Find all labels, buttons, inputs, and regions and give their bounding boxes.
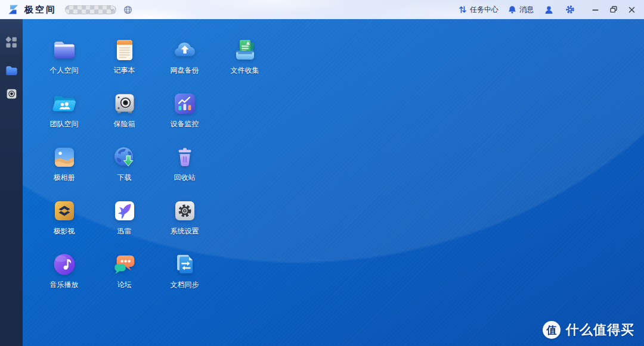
app-row: 团队空间 保险箱 — [34, 91, 275, 144]
app-label: 设备监控 — [171, 119, 199, 129]
restore-window-icon — [610, 6, 617, 13]
doc-sync-icon — [172, 251, 198, 278]
xunlei-bird-icon — [112, 198, 138, 224]
app-row: 个人空间 记事本 — [34, 37, 275, 91]
app-label: 迅雷 — [117, 226, 132, 236]
app-label: 记事本 — [114, 66, 135, 76]
app-recycle-bin[interactable]: 回收站 — [154, 144, 215, 198]
app-forum[interactable]: 论坛 — [94, 251, 154, 305]
sidebar-item-vault[interactable] — [0, 86, 23, 101]
pixelated-account-pill[interactable] — [65, 5, 116, 14]
close-icon — [628, 7, 635, 13]
app-label: 文档同步 — [171, 280, 199, 290]
sidebar-item-apps[interactable] — [0, 35, 23, 49]
device-monitor-icon — [172, 91, 198, 117]
app-label: 音乐播放 — [50, 280, 79, 290]
smzdm-badge-icon: 值 — [543, 321, 561, 339]
app-personal-space[interactable]: 个人空间 — [34, 37, 94, 91]
app-label: 文件收集 — [231, 66, 259, 76]
topbar: 极空间 — [0, 0, 644, 19]
desktop[interactable]: 个人空间 记事本 — [23, 19, 644, 346]
zspace-logo-icon — [7, 3, 20, 16]
app-notepad[interactable]: 记事本 — [94, 37, 154, 91]
gear-icon — [565, 5, 575, 14]
sidebar-item-files[interactable] — [0, 63, 23, 77]
topbar-left: 极空间 — [0, 3, 132, 16]
app-label: 系统设置 — [171, 226, 199, 236]
app-system-settings[interactable]: 系统设置 — [154, 198, 215, 251]
download-globe-icon — [112, 144, 138, 170]
restore-window-button[interactable] — [609, 5, 618, 14]
app-label: 极影视 — [54, 226, 75, 236]
zspace-desktop-window: 极空间 — [0, 0, 644, 346]
system-settings-gear-icon — [172, 198, 198, 224]
music-player-icon — [51, 251, 78, 278]
task-center-button[interactable]: 任务中心 — [459, 5, 499, 15]
app-device-monitor[interactable]: 设备监控 — [154, 91, 215, 144]
sidebar — [0, 19, 23, 346]
app-movies[interactable]: 极影视 — [34, 198, 94, 251]
app-label: 团队空间 — [50, 119, 79, 129]
minimize-icon — [592, 7, 599, 13]
app-label: 网盘备份 — [171, 66, 199, 76]
personal-space-folder-icon — [51, 37, 78, 63]
topbar-right: 任务中心 消息 — [459, 5, 644, 15]
app-team-space[interactable]: 团队空间 — [34, 91, 94, 144]
settings-button[interactable] — [565, 5, 575, 14]
minimize-button[interactable] — [590, 5, 600, 14]
app-cloud-backup[interactable]: 网盘备份 — [154, 37, 215, 91]
messages-button[interactable]: 消息 — [508, 5, 534, 15]
task-center-arrows-icon — [459, 5, 467, 14]
app-label: 极相册 — [54, 173, 75, 183]
app-file-collection[interactable]: 文件收集 — [215, 37, 275, 91]
smzdm-watermark-text: 什么值得买 — [566, 321, 634, 339]
app-row: 音乐播放 论坛 — [34, 251, 275, 305]
app-label: 个人空间 — [50, 66, 79, 76]
task-center-label: 任务中心 — [470, 5, 499, 15]
app-label: 论坛 — [117, 280, 132, 290]
app-label: 回收站 — [174, 173, 196, 183]
close-button[interactable] — [627, 5, 636, 14]
safe-box-icon — [112, 91, 138, 117]
app-row: 极影视 迅雷 — [34, 198, 275, 251]
globe-icon[interactable] — [123, 5, 132, 14]
app-music-player[interactable]: 音乐播放 — [34, 251, 94, 305]
apps-grid-icon — [5, 36, 18, 49]
smzdm-watermark: 值 什么值得买 — [543, 321, 634, 339]
notepad-icon — [112, 37, 138, 63]
bell-icon — [508, 5, 516, 14]
vault-disc-icon — [5, 88, 18, 100]
app-doc-sync[interactable]: 文档同步 — [154, 251, 215, 305]
app-safe-box[interactable]: 保险箱 — [94, 91, 154, 144]
team-space-folder-icon — [51, 91, 78, 117]
folder-icon — [5, 64, 18, 77]
user-button[interactable] — [544, 5, 553, 14]
cloud-backup-icon — [172, 37, 198, 63]
app-photo-album[interactable]: 极相册 — [34, 144, 94, 198]
app-grid: 个人空间 记事本 — [34, 37, 275, 305]
file-collection-icon — [232, 37, 258, 63]
chevron-down-icon — [110, 8, 114, 12]
app-download[interactable]: 下载 — [94, 144, 154, 198]
user-icon — [544, 5, 553, 14]
app-label: 保险箱 — [114, 119, 135, 129]
photo-album-icon — [51, 144, 78, 170]
messages-label: 消息 — [519, 5, 534, 15]
forum-bubbles-icon — [112, 251, 138, 278]
app-xunlei[interactable]: 迅雷 — [94, 198, 154, 251]
brand-title: 极空间 — [24, 4, 57, 15]
movies-icon — [51, 198, 78, 224]
recycle-bin-icon — [172, 144, 198, 170]
app-label: 下载 — [117, 173, 132, 183]
app-row: 极相册 — [34, 144, 275, 198]
